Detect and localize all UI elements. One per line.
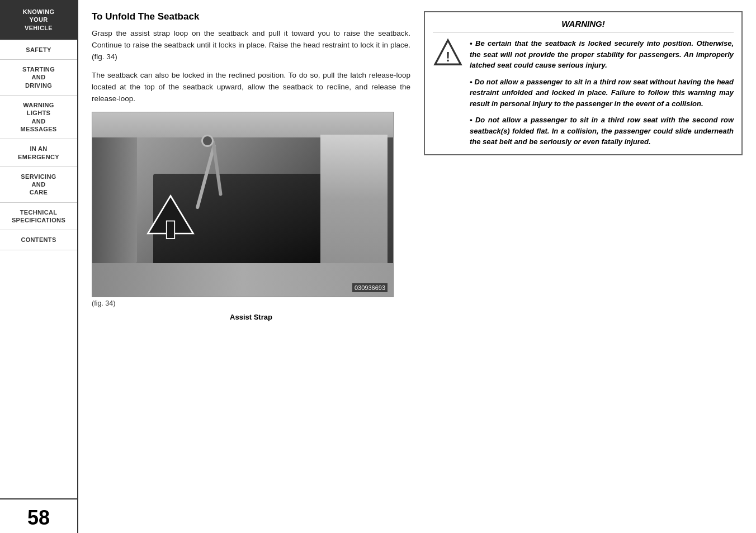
figure-caption: (fig. 34) <box>92 299 410 307</box>
sidebar-item-knowing[interactable]: KNOWING YOUR VEHICLE <box>0 0 77 40</box>
warning-header: WARNING! <box>433 19 734 32</box>
sidebar-item-warning[interactable]: WARNING LIGHTS AND MESSAGES <box>0 96 77 139</box>
sidebar-item-technical[interactable]: TECHNICAL SPECIFICATIONS <box>0 203 77 231</box>
sidebar-item-safety[interactable]: SAFETY <box>0 40 77 60</box>
sidebar-label-servicing: SERVICING AND CARE <box>21 173 56 196</box>
section-title: To Unfold The Seatback <box>92 11 410 22</box>
figure-container: 030936693 <box>92 112 394 297</box>
sidebar-item-servicing[interactable]: SERVICING AND CARE <box>0 167 77 203</box>
figure-image: 030936693 <box>92 112 393 297</box>
handle-decoration <box>201 135 214 147</box>
warning-content: ! • Be certain that the seatback is lock… <box>433 38 734 147</box>
sidebar-item-contents[interactable]: CONTENTS <box>0 230 77 250</box>
sidebar-label-technical: TECHNICAL SPECIFICATIONS <box>12 209 65 223</box>
warning-box: WARNING! ! • Be certain that the seatbac… <box>424 11 743 155</box>
sidebar-item-starting[interactable]: STARTING AND DRIVING <box>0 60 77 96</box>
sidebar-label-contents: CONTENTS <box>21 236 56 243</box>
warning-bullet-1: • Be certain that the seatback is locked… <box>470 38 734 71</box>
left-column: To Unfold The Seatback Grasp the assist … <box>92 11 410 524</box>
main-content: To Unfold The Seatback Grasp the assist … <box>78 0 756 533</box>
sidebar-label-starting: STARTING AND DRIVING <box>22 66 55 89</box>
figure-code: 030936693 <box>352 283 388 292</box>
svg-text:!: ! <box>446 49 450 64</box>
warning-icon-container: ! <box>433 38 463 147</box>
figure-label: Assist Strap <box>92 313 410 321</box>
sidebar-label-warning: WARNING LIGHTS AND MESSAGES <box>21 102 57 132</box>
sidebar: KNOWING YOUR VEHICLE SAFETY STARTING AND… <box>0 0 78 533</box>
warning-text-block: • Be certain that the seatback is locked… <box>470 38 734 147</box>
warning-bullet-3: • Do not allow a passenger to sit in a t… <box>470 115 734 147</box>
svg-rect-1 <box>167 221 174 239</box>
paragraph-2: The seatback can also be locked in the r… <box>92 70 410 105</box>
warning-triangle-icon: ! <box>433 38 463 68</box>
arrow-icon <box>145 193 196 244</box>
sidebar-label-safety: SAFETY <box>26 46 51 53</box>
right-column: WARNING! ! • Be certain that the seatbac… <box>424 11 743 524</box>
warning-bullet-2: • Do not allow a passenger to sit in a t… <box>470 77 734 110</box>
sidebar-item-emergency[interactable]: IN AN EMERGENCY <box>0 139 77 167</box>
paragraph-1: Grasp the assist strap loop on the seatb… <box>92 28 410 63</box>
headliner-decoration <box>92 112 393 137</box>
floor-decoration <box>92 263 393 297</box>
sidebar-label-knowing: KNOWING YOUR VEHICLE <box>23 8 55 31</box>
page-number: 58 <box>0 498 77 533</box>
sidebar-label-emergency: IN AN EMERGENCY <box>18 145 59 160</box>
side-panel-decoration <box>92 137 137 263</box>
